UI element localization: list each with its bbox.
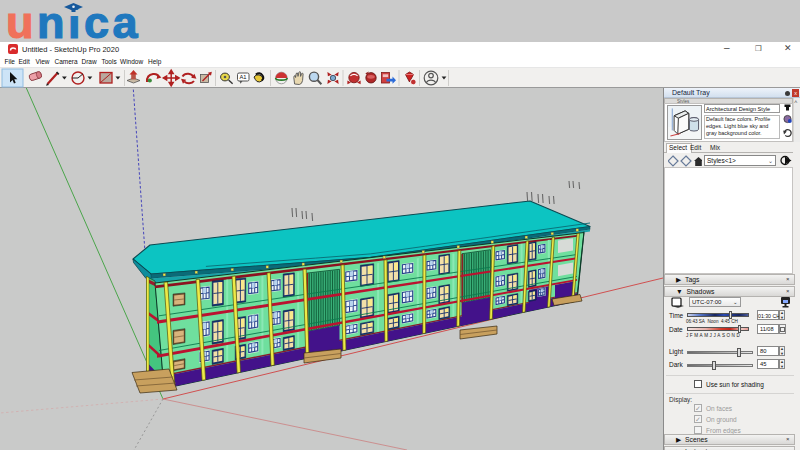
svg-text:A1: A1 [240, 74, 247, 80]
